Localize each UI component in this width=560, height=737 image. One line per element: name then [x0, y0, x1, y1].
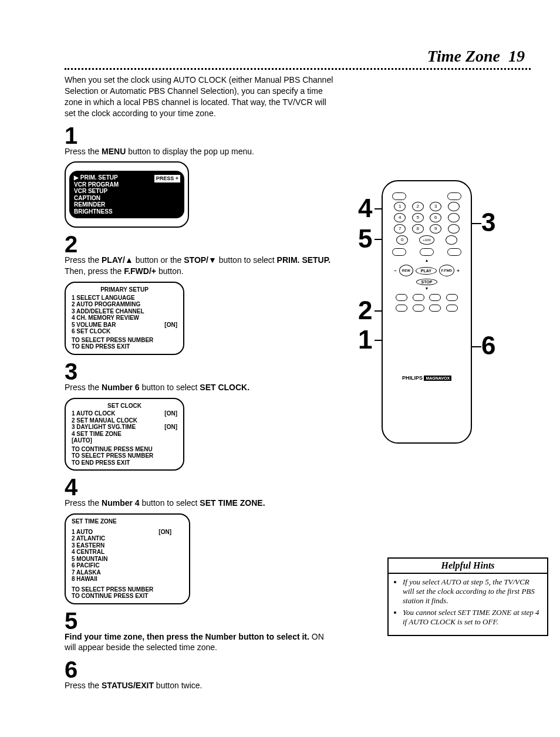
title-text: Time Zone	[427, 47, 500, 65]
num-5: 5	[412, 213, 424, 222]
s6a: Press the	[65, 681, 102, 690]
remote-small-btn	[446, 294, 458, 301]
step-4-text: Press the Number 4 button to select SET …	[65, 498, 335, 509]
screen-1: PRESS + ▶ PRIM. SETUP VCR PROGRAM VCR SE…	[65, 161, 189, 228]
remote-diagram: 4 5 2 1 3 6	[382, 180, 472, 444]
s3-f2: TO END PRESS EXIT	[72, 459, 177, 466]
status-exit-button	[413, 305, 424, 312]
step-5-number: 5	[65, 610, 340, 631]
s4b2: SET TIME ZONE.	[200, 498, 265, 508]
screen1-item-4: REMINDER	[74, 201, 180, 208]
screen2-title: PRIMARY SETUP	[72, 286, 177, 293]
s4b: button to select	[140, 498, 200, 508]
screen-4: SET TIME ZONE 1 AUTO[ON] 2 ATLANTIC 3 EA…	[65, 513, 190, 604]
step-2-text: Press the PLAY/▲ button or the STOP/▼ bu…	[65, 255, 335, 277]
num-9: 9	[430, 224, 441, 234]
s3i0t: 1 AUTO CLOCK	[72, 410, 115, 417]
hint-1: You cannot select SET TIME ZONE at step …	[403, 608, 541, 627]
remote-pill	[420, 248, 434, 256]
s2a: Press the	[65, 255, 102, 265]
s3-on2: [ON]	[164, 424, 177, 431]
step-3-number: 3	[65, 361, 340, 382]
callout-6: 6	[481, 333, 495, 359]
s2b2: STOP/▼	[184, 255, 217, 265]
rew-button: REW	[399, 265, 413, 276]
s3-i1: 2 SET MANUAL CLOCK	[72, 417, 177, 424]
remote-small-btn	[396, 294, 407, 301]
s4-i1: 2 ATLANTIC	[72, 535, 183, 542]
brand-philips: PHILIPS	[402, 375, 423, 381]
divider-dots	[65, 68, 531, 70]
screen1-item-5: BRIGHTNESS	[74, 208, 180, 215]
s2-f0: TO SELECT PRESS NUMBER	[72, 337, 177, 344]
s4-i5: 6 PACIFIC	[72, 562, 183, 569]
num-6: 6	[430, 213, 441, 222]
num-1: 1	[394, 202, 406, 211]
remote-small-btn	[413, 294, 424, 301]
s4-f0: TO SELECT PRESS NUMBER	[72, 586, 183, 593]
brand-magnavox: MAGNAVOX	[424, 376, 451, 381]
remote-small-btn	[429, 305, 441, 312]
s2-i2: 3 ADD/DELETE CHANNEL	[72, 308, 177, 315]
s3b2: SET CLOCK.	[200, 383, 249, 392]
s2-i3: 4 CH. MEMORY REVIEW	[72, 315, 177, 322]
screen1-item-3: CAPTION	[74, 195, 180, 202]
s4-i2: 3 EASTERN	[72, 542, 183, 549]
s2e: button.	[156, 266, 184, 276]
s3-i2: 3 DAYLIGHT SVG.TIME[ON]	[72, 424, 177, 431]
s4-on: [ON]	[158, 529, 171, 536]
menu-button	[396, 305, 407, 312]
remote-small-btn	[446, 305, 458, 312]
step-1-number: 1	[65, 125, 340, 146]
step-5-text: Find your time zone, then press the Numb…	[65, 631, 335, 654]
s3-f1: TO SELECT PRESS NUMBER	[72, 452, 177, 459]
s6b: button twice.	[154, 681, 203, 690]
s2d: Then, press the	[65, 266, 124, 276]
step-1-text: Press the MENU button to display the pop…	[65, 146, 335, 157]
s3-i4: [AUTO]	[72, 437, 177, 444]
step-3-text: Press the Number 6 button to select SET …	[65, 382, 335, 393]
screen3-title: SET CLOCK	[72, 403, 177, 410]
num-8: 8	[412, 224, 424, 234]
s3-on0: [ON]	[164, 410, 177, 417]
step-6-text: Press the STATUS/EXIT button twice.	[65, 680, 335, 691]
s2-i5: 6 SET CLOCK	[72, 328, 177, 335]
step-1-menu: MENU	[102, 147, 126, 156]
screen-2: PRIMARY SETUP 1 SELECT LANGUAGE 2 AUTO P…	[65, 282, 184, 355]
callout-1: 1	[358, 327, 372, 353]
press-plus-box: PRESS +	[154, 174, 181, 182]
s2-i0: 1 SELECT LANGUAGE	[72, 295, 177, 302]
intro-text: When you set the clock using AUTO CLOCK …	[65, 75, 335, 119]
stop-button: STOP	[416, 279, 438, 285]
s3b: button to select	[140, 383, 200, 392]
minus-icon: −	[394, 268, 397, 273]
step-1-b: button to display the pop up menu.	[126, 147, 254, 156]
s4-i0: 1 AUTO[ON]	[72, 529, 183, 536]
up-arrow-icon: ▲	[389, 258, 465, 262]
s2b3: PRIM. SETUP.	[277, 255, 331, 265]
callout-3: 3	[481, 209, 495, 235]
s3i2t: 3 DAYLIGHT SVG.TIME	[72, 424, 136, 430]
down-arrow-icon: ▼	[389, 286, 465, 290]
s4-f1: TO CONTINUE PRESS EXIT	[72, 593, 183, 600]
screen1-item-2: VCR SETUP	[74, 188, 180, 195]
s3b1: Number 6	[102, 383, 140, 392]
s4-i6: 7 ALASKA	[72, 569, 183, 576]
s2b4: F.FWD/+	[124, 266, 156, 276]
remote-pill	[447, 248, 461, 256]
helpful-hints-box: Helpful Hints If you select AUTO at step…	[387, 557, 548, 636]
remote-small	[448, 224, 460, 234]
s4-i7: 8 HAWAII	[72, 576, 183, 583]
remote-small-btn	[429, 294, 441, 301]
callout-2: 2	[358, 297, 372, 323]
remote-small	[446, 235, 457, 245]
s4-i3: 4 CENTRAL	[72, 549, 183, 556]
s2b1: PLAY/▲	[102, 255, 133, 265]
s4i0t: 1 AUTO	[72, 529, 93, 535]
s2-i4: 5 VOLUME BAR[ON]	[72, 322, 177, 329]
power-button	[392, 192, 406, 200]
play-button: PLAY	[416, 267, 437, 275]
s3a: Press the	[65, 383, 102, 392]
remote-small	[448, 213, 460, 222]
screen-3: SET CLOCK 1 AUTO CLOCK[ON] 2 SET MANUAL …	[65, 398, 184, 471]
